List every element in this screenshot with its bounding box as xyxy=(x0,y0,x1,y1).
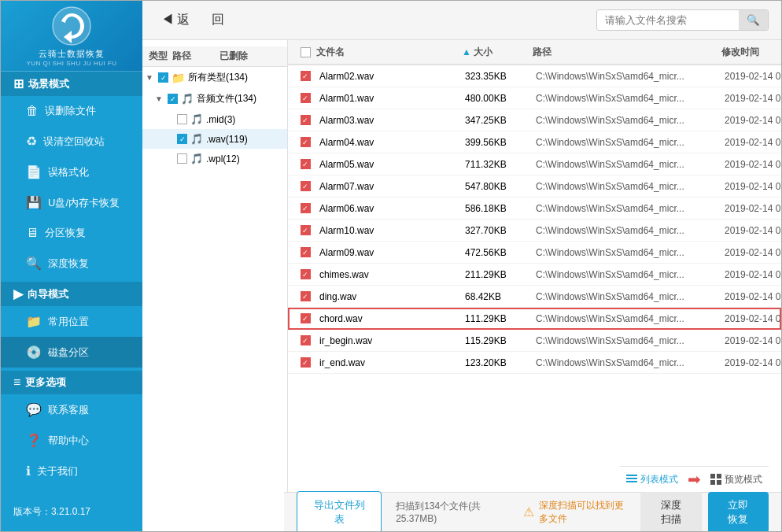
content-area: ◀ 返 回 🔍 类型 路径 已删除 ▼ ✓ 📁 xyxy=(142,1,781,531)
wav-checkbox[interactable]: ✓ xyxy=(177,134,187,144)
row-path: C:\Windows\WinSxS\amd64_micr... xyxy=(533,91,721,105)
row-checkbox[interactable]: ✓ xyxy=(294,115,316,125)
row-size: 123.20KB xyxy=(462,356,533,370)
recover-button[interactable]: 立即恢复 xyxy=(708,492,769,533)
sidebar-item-partition[interactable]: 🖥 分区恢复 xyxy=(1,218,142,248)
select-all-checkbox[interactable] xyxy=(301,47,311,57)
scan-info: 扫描到134个文件(共25.37MB) xyxy=(396,500,503,524)
row-modified: 2019-02-14 02:33:55 xyxy=(721,91,781,105)
sidebar-item-recycle-bin[interactable]: ♻ 误清空回收站 xyxy=(1,126,142,157)
export-button[interactable]: 导出文件列表 xyxy=(297,491,382,533)
table-row[interactable]: ✓ ding.wav 68.42KB C:\Windows\WinSxS\amd… xyxy=(288,286,781,308)
row-checkbox[interactable]: ✓ xyxy=(294,181,316,191)
row-filename: Alarm05.wav xyxy=(316,157,462,172)
row-filename: ding.wav xyxy=(316,290,462,304)
row-checkbox[interactable]: ✓ xyxy=(294,269,316,279)
table-row[interactable]: ✓ Alarm05.wav 711.32KB C:\Windows\WinSxS… xyxy=(288,153,781,175)
row-checkbox[interactable]: ✓ xyxy=(294,313,316,323)
refresh-button[interactable]: 回 xyxy=(205,9,231,31)
row-checkbox[interactable]: ✓ xyxy=(294,203,316,213)
wpl-checkbox[interactable] xyxy=(177,153,187,164)
wav-icon: 🎵 xyxy=(190,133,203,145)
app-title: 云骑士数据恢复 xyxy=(39,48,105,60)
row-checkbox[interactable]: ✓ xyxy=(294,159,316,169)
row-size: 480.00KB xyxy=(462,91,533,105)
logo-icon xyxy=(51,6,92,46)
sidebar: 云骑士数据恢复 YUN QI SHI SHU JU HUI FU ⊞ 场景模式 … xyxy=(1,1,142,531)
table-row[interactable]: ✓ Alarm09.wav 472.56KB C:\Windows\WinSxS… xyxy=(288,242,781,264)
back-button[interactable]: ◀ 返 xyxy=(155,9,196,31)
row-filename: Alarm07.wav xyxy=(316,179,462,194)
svg-rect-4 xyxy=(710,474,715,478)
tree-item-audio-files[interactable]: ▼ ✓ 🎵 音频文件(134) xyxy=(142,88,287,109)
sidebar-item-customer-service[interactable]: 💬 联系客服 xyxy=(1,394,142,425)
svg-rect-6 xyxy=(710,480,715,485)
row-modified: 2019-02-14 02:33:55 xyxy=(721,201,781,216)
table-row[interactable]: ✓ Alarm01.wav 480.00KB C:\Windows\WinSxS… xyxy=(288,87,781,109)
table-row[interactable]: ✓ Alarm07.wav 547.80KB C:\Windows\WinSxS… xyxy=(288,175,781,198)
table-body: ✓ Alarm02.wav 323.35KB C:\Windows\WinSxS… xyxy=(288,65,781,531)
sidebar-item-about[interactable]: ℹ 关于我们 xyxy=(1,456,142,486)
search-input[interactable] xyxy=(597,10,739,30)
table-row[interactable]: ✓ ir_end.wav 123.20KB C:\Windows\WinSxS\… xyxy=(288,352,781,374)
modified-header[interactable]: 修改时间 xyxy=(721,46,781,59)
sidebar-item-deep-recover[interactable]: 🔍 深度恢复 xyxy=(1,248,142,279)
row-size: 547.80KB xyxy=(462,179,533,194)
row-filename: Alarm06.wav xyxy=(316,201,462,216)
row-checkbox[interactable]: ✓ xyxy=(294,357,316,368)
file-browser: 类型 路径 已删除 ▼ ✓ 📁 所有类型(134) ▼ ✓ 🎵 音频文件(134… xyxy=(142,40,781,531)
table-row[interactable]: ✓ Alarm06.wav 586.18KB C:\Windows\WinSxS… xyxy=(288,198,781,220)
row-modified: 2019-02-14 02:33:55 xyxy=(721,246,781,260)
path-header[interactable]: 路径 xyxy=(533,46,721,59)
list-mode-btn[interactable]: 列表模式 xyxy=(626,473,678,486)
svg-rect-7 xyxy=(717,480,721,485)
row-checkbox[interactable]: ✓ xyxy=(294,335,316,345)
sidebar-item-help[interactable]: ❓ 帮助中心 xyxy=(1,425,142,456)
sidebar-item-accidental-delete[interactable]: 🗑 误删除文件 xyxy=(1,96,142,126)
row-checkbox[interactable]: ✓ xyxy=(294,137,316,147)
preview-mode-btn[interactable]: 预览模式 xyxy=(710,473,762,486)
sidebar-item-common-location[interactable]: 📁 常用位置 xyxy=(1,306,142,337)
size-header[interactable]: ▲ 大小 xyxy=(462,46,533,59)
row-path: C:\Windows\WinSxS\amd64_micr... xyxy=(533,157,721,172)
table-row[interactable]: ✓ Alarm10.wav 327.70KB C:\Windows\WinSxS… xyxy=(288,220,781,242)
row-checkbox[interactable]: ✓ xyxy=(294,247,316,257)
table-row[interactable]: ✓ chimes.wav 211.29KB C:\Windows\WinSxS\… xyxy=(288,264,781,286)
row-checkbox[interactable]: ✓ xyxy=(294,71,316,81)
row-checkbox[interactable]: ✓ xyxy=(294,93,316,103)
sidebar-item-udisk[interactable]: 💾 U盘/内存卡恢复 xyxy=(1,187,142,218)
tree-panel: 类型 路径 已删除 ▼ ✓ 📁 所有类型(134) ▼ ✓ 🎵 音频文件(134… xyxy=(142,40,288,531)
row-path: C:\Windows\WinSxS\amd64_micr... xyxy=(533,290,721,304)
search-button[interactable]: 🔍 xyxy=(739,10,768,30)
row-checkbox[interactable]: ✓ xyxy=(294,291,316,301)
tree-item-all-types[interactable]: ▼ ✓ 📁 所有类型(134) xyxy=(142,67,287,88)
row-modified: 2019-02-14 02:33:55 xyxy=(721,356,781,370)
section-guide: ▶ 向导模式 xyxy=(1,282,142,306)
mid-checkbox[interactable] xyxy=(177,114,187,124)
filename-header[interactable]: 文件名 xyxy=(316,46,462,59)
row-checkbox[interactable]: ✓ xyxy=(294,225,316,235)
deep-scan-button[interactable]: 深度扫描 xyxy=(640,492,701,533)
table-row[interactable]: ✓ Alarm04.wav 399.56KB C:\Windows\WinSxS… xyxy=(288,131,781,153)
file-table: 文件名 ▲ 大小 路径 修改时间 xyxy=(288,40,781,531)
row-filename: Alarm03.wav xyxy=(316,113,462,127)
table-row[interactable]: ✓ Alarm02.wav 323.35KB C:\Windows\WinSxS… xyxy=(288,65,781,87)
table-row[interactable]: ✓ ir_begin.wav 115.29KB C:\Windows\WinSx… xyxy=(288,330,781,352)
row-filename: ir_begin.wav xyxy=(316,334,462,348)
row-path: C:\Windows\WinSxS\amd64_micr... xyxy=(533,334,721,348)
expand-arrow: ▼ xyxy=(155,94,164,103)
all-types-checkbox[interactable]: ✓ xyxy=(158,72,168,83)
tree-item-wav[interactable]: ▶ ✓ 🎵 .wav(119) xyxy=(142,129,287,149)
row-modified: 2019-02-14 02:33:55 xyxy=(721,113,781,127)
toolbar: ◀ 返 回 🔍 xyxy=(142,1,781,40)
version-bar: 版本号：3.21.0.17 xyxy=(1,492,142,531)
audio-files-checkbox[interactable]: ✓ xyxy=(168,94,178,104)
row-filename: Alarm04.wav xyxy=(316,135,462,150)
sidebar-item-wrong-format[interactable]: 📄 误格式化 xyxy=(1,157,142,187)
tree-item-mid[interactable]: ▶ 🎵 .mid(3) xyxy=(142,109,287,129)
table-row[interactable]: ✓ Alarm03.wav 347.25KB C:\Windows\WinSxS… xyxy=(288,109,781,131)
tree-item-wpl[interactable]: ▶ 🎵 .wpl(12) xyxy=(142,149,287,168)
svg-rect-3 xyxy=(626,481,637,482)
table-row[interactable]: ✓ chord.wav 111.29KB C:\Windows\WinSxS\a… xyxy=(288,308,781,330)
sidebar-item-disk-partition[interactable]: 💿 磁盘分区 xyxy=(1,337,142,368)
